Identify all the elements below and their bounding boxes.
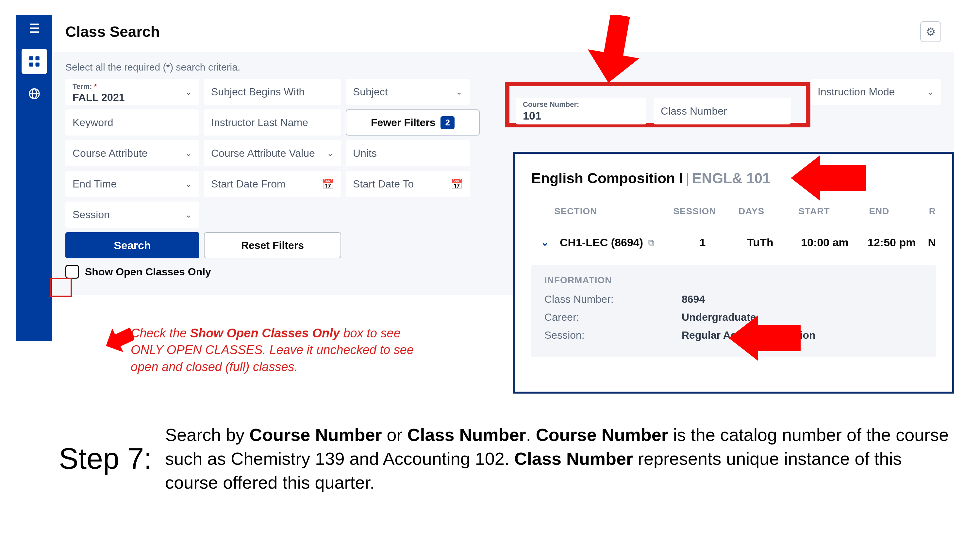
keyword-input[interactable]: Keyword [65, 110, 199, 135]
step-text: Search by Course Number or Class Number.… [165, 423, 958, 494]
chevron-down-icon: ⌄ [455, 87, 463, 97]
chevron-down-icon: ⌄ [327, 148, 334, 159]
start-date-to-input[interactable]: Start Date To📅 [346, 171, 470, 197]
settings-button[interactable]: ⚙ [920, 21, 941, 42]
calendar-icon: 📅 [322, 178, 334, 190]
svg-marker-7 [585, 15, 644, 83]
detail-table-row[interactable]: ⌄ CH1-LEC (8694) ⧉ 1 TuTh 10:00 am 12:50… [531, 236, 936, 249]
svg-rect-0 [29, 56, 33, 60]
start-date-from-input[interactable]: Start Date From📅 [204, 171, 341, 197]
reset-filters-button[interactable]: Reset Filters [204, 232, 341, 258]
instructor-last-name-input[interactable]: Instructor Last Name [204, 110, 341, 135]
chevron-down-icon: ⌄ [927, 87, 934, 97]
svg-marker-10 [105, 327, 134, 353]
header: Class Search ⚙ [52, 15, 954, 52]
calendar-icon: 📅 [450, 178, 463, 190]
chevron-down-icon: ⌄ [541, 237, 549, 248]
search-button[interactable]: Search [65, 232, 199, 258]
svg-rect-3 [36, 63, 40, 67]
chevron-down-icon: ⌄ [185, 148, 192, 159]
detail-table-header: SECTION SESSION DAYS START END R [531, 206, 936, 216]
annotation-open-classes-note: Check the Show Open Classes Only box to … [131, 325, 490, 375]
chevron-down-icon: ⌄ [185, 210, 192, 220]
subject-begins-input[interactable]: Subject Begins With [204, 79, 341, 105]
open-classes-only-checkbox[interactable] [65, 265, 79, 279]
hamburger-icon[interactable]: ☰ [29, 21, 40, 36]
annotation-arrow-icon [791, 155, 866, 201]
svg-rect-1 [36, 56, 40, 60]
annotation-highlight-box [50, 278, 72, 297]
annotation-arrow-icon [585, 15, 644, 83]
chevron-down-icon: ⌄ [185, 87, 192, 97]
gear-icon: ⚙ [926, 25, 935, 38]
annotation-arrow-icon [729, 315, 800, 361]
end-time-select[interactable]: End Time⌄ [65, 171, 199, 197]
criteria-label: Select all the required (*) search crite… [65, 62, 941, 73]
chevron-down-icon: ⌄ [185, 179, 192, 189]
filter-count-badge: 2 [441, 116, 454, 129]
step-caption: Step 7: Search by Course Number or Class… [59, 423, 958, 494]
class-number-input[interactable]: Class Number [654, 98, 791, 124]
class-detail-title: English Composition I|ENGL& 101 [531, 170, 936, 186]
subject-select[interactable]: Subject ⌄ [346, 79, 470, 105]
copy-icon[interactable]: ⧉ [648, 237, 654, 248]
left-rail: ☰ [16, 15, 52, 341]
globe-icon[interactable] [28, 87, 41, 103]
course-number-input[interactable]: Course Number: 101 [515, 98, 646, 124]
step-number: Step 7: [59, 442, 152, 476]
instruction-mode-select[interactable]: Instruction Mode ⌄ [810, 79, 941, 105]
fewer-filters-button[interactable]: Fewer Filters 2 [346, 110, 480, 135]
svg-marker-9 [729, 315, 800, 361]
units-input[interactable]: Units [346, 140, 470, 166]
open-classes-only-label: Show Open Classes Only [85, 266, 211, 278]
page-title: Class Search [65, 23, 160, 41]
svg-marker-8 [791, 155, 866, 201]
term-select[interactable]: Term: * FALL 2021 ⌄ [65, 79, 199, 105]
course-attribute-select[interactable]: Course Attribute⌄ [65, 140, 199, 166]
session-select[interactable]: Session⌄ [65, 202, 199, 228]
dashboard-tile-icon[interactable] [22, 49, 47, 74]
annotation-arrow-icon [105, 327, 134, 353]
svg-rect-2 [29, 63, 33, 67]
course-attribute-value-select[interactable]: Course Attribute Value⌄ [204, 140, 341, 166]
